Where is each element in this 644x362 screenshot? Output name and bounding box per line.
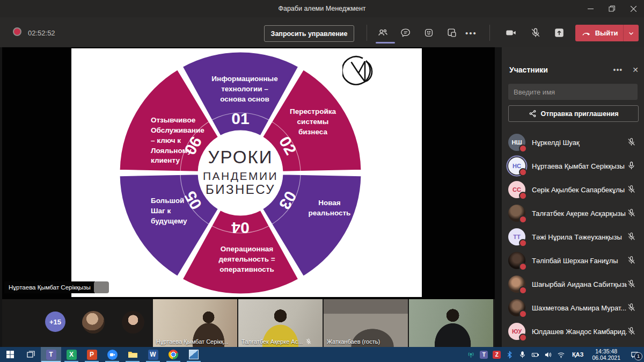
taskbar-explorer-button[interactable]: [122, 347, 143, 362]
taskbar-word-button[interactable]: W: [143, 347, 163, 362]
participants-list: НШНұркелді ШуақНСНұртаева Қымбат Серікқы…: [502, 131, 644, 347]
title-bar: Фараби алеми Менеджмент: [0, 0, 644, 17]
participant-row[interactable]: ЮУЮлдашев Жандос Камбарид...: [502, 320, 644, 343]
participant-row[interactable]: Талғатбек Ақерке Асқарқызы: [502, 201, 644, 225]
powerpoint-icon: P: [87, 350, 97, 360]
participant-bubble-avatar[interactable]: [122, 311, 144, 334]
microphone-button[interactable]: [529, 26, 542, 39]
antivirus-icon[interactable]: Z: [491, 347, 503, 362]
wheel-segment-label: реальность: [309, 209, 351, 217]
participant-mic-muted-button[interactable]: [627, 303, 636, 313]
panel-more-button[interactable]: •••: [613, 66, 623, 74]
zoom-icon: [107, 350, 118, 360]
call-toolbar: 02:52:52 Запросить управление ••• Выйти: [0, 17, 644, 47]
wheel-segment-label: Большой: [151, 197, 184, 205]
restore-icon: [609, 5, 615, 12]
taskbar-start-button[interactable]: [0, 347, 20, 362]
tag-grip[interactable]: [94, 281, 109, 293]
wheel-segment-label: Обслуживание: [151, 126, 204, 134]
taskbar-powerpoint-button[interactable]: P: [82, 347, 102, 362]
participant-mic-muted-button[interactable]: [627, 327, 636, 336]
taskbar-excel-button[interactable]: X: [61, 347, 82, 362]
share-screen-button[interactable]: [553, 26, 566, 39]
participant-name: Юлдашев Жандос Камбарид...: [532, 328, 627, 336]
participant-mic-muted-button[interactable]: [627, 208, 636, 218]
participant-row[interactable]: СССерік Ақылбек Сапарбекұлы: [502, 178, 644, 201]
clock[interactable]: 14:35:48 06.04.2021: [588, 348, 625, 361]
taskbar-teams-button[interactable]: T: [41, 347, 61, 362]
participant-mic-muted-button[interactable]: [627, 232, 636, 242]
search-input[interactable]: [508, 84, 638, 100]
participant-mic-muted-button[interactable]: [627, 185, 636, 194]
wheel-center-title: ПАНДЕМИИ: [203, 170, 278, 182]
mic-off-icon: [530, 27, 541, 39]
participant-mic-button[interactable]: [627, 161, 636, 171]
taskbar-chrome-button[interactable]: [163, 347, 184, 362]
minimize-button[interactable]: [580, 0, 601, 17]
rooms-button[interactable]: [445, 26, 458, 39]
participant-row[interactable]: НСНұртаева Қымбат Серікқызы: [502, 154, 644, 178]
participant-bubble-avatar[interactable]: [82, 311, 105, 334]
participant-row[interactable]: Шахметова Альмира Мурат...: [502, 296, 644, 320]
participant-name: Тәліпбай Шерхан Ғаниұлы: [532, 257, 627, 265]
share-invite-icon: [529, 110, 537, 118]
restore-button[interactable]: [601, 0, 623, 17]
pandemic-lessons-wheel: 01Информационныетехнологии –основа основ…: [117, 49, 364, 296]
participant-mic-muted-button[interactable]: [627, 256, 636, 265]
participant-mic-muted-button[interactable]: [627, 279, 636, 289]
camera-on-icon: [505, 27, 517, 39]
participant-name: Шағырбай Аидана Сабитқызы: [532, 280, 627, 288]
video-tile[interactable]: [409, 299, 493, 347]
chat-icon: [400, 27, 412, 39]
wheel-segment-label: Операционная: [221, 245, 273, 253]
taskbar-zoom-button[interactable]: [102, 347, 122, 362]
video-tile[interactable]: Жатканбаев (гость): [324, 299, 408, 347]
taskbar-photos-button[interactable]: [184, 347, 204, 362]
action-center-button[interactable]: 1: [625, 347, 644, 362]
presenter-name: Нұртаева Қымбат Серікқызы: [4, 281, 95, 293]
presence-busy-dot: [519, 168, 527, 176]
mic-off-icon: [305, 338, 312, 345]
video-tile[interactable]: Нұртаева Қымбат Серікқ...: [153, 299, 237, 347]
avatar: НШ: [508, 134, 525, 151]
hotspot-icon[interactable]: [465, 347, 478, 362]
panel-close-button[interactable]: ✕: [632, 66, 639, 74]
avatar-initials: ЮУ: [512, 328, 522, 335]
close-button[interactable]: [623, 0, 644, 17]
camera-button[interactable]: [504, 26, 517, 39]
wheel-segment-label: оперативность: [219, 265, 274, 273]
volume-icon[interactable]: [542, 347, 555, 362]
participant-name: Тәжі Нұрила Тәжеуханқызы: [532, 233, 627, 241]
participants-button[interactable]: [376, 26, 389, 39]
video-tile-label: Нұртаева Қымбат Серікқ...: [156, 338, 229, 345]
participant-row[interactable]: Тәліпбай Шерхан Ғаниұлы: [502, 249, 644, 272]
slide-logo-icon: [342, 55, 376, 88]
microphone-tray-icon[interactable]: [516, 347, 529, 362]
leave-menu-button[interactable]: [624, 30, 639, 37]
video-tile[interactable]: Талғатбек Ақерке Ас...: [238, 299, 323, 347]
wifi-icon[interactable]: [555, 347, 568, 362]
wheel-segment-label: Отзывчивое: [151, 116, 196, 124]
language-indicator[interactable]: ҚАЗ: [568, 351, 588, 358]
chat-button[interactable]: [399, 26, 412, 39]
participant-row[interactable]: Шағырбай Аидана Сабитқызы: [502, 272, 644, 296]
reactions-button[interactable]: [422, 26, 435, 39]
overflow-count-badge[interactable]: +15: [45, 312, 65, 332]
bluetooth-icon[interactable]: [503, 347, 516, 362]
chevron-down-icon: [628, 30, 634, 37]
avatar: [508, 205, 525, 222]
taskbar-task-view-button[interactable]: [20, 347, 41, 362]
participant-row[interactable]: НШНұркелді Шуақ: [502, 131, 644, 154]
mic-on-icon: [627, 161, 636, 170]
battery-icon[interactable]: [529, 347, 542, 362]
panel-title: Участники: [509, 66, 613, 74]
presenter-name-tag: Нұртаева Қымбат Серікқызы: [4, 281, 109, 293]
leave-button[interactable]: Выйти: [575, 25, 639, 41]
request-control-button[interactable]: Запросить управление: [264, 25, 354, 42]
participant-mic-muted-button[interactable]: [627, 137, 636, 147]
invite-button[interactable]: Отправка приглашения: [508, 105, 639, 122]
excel-icon: X: [67, 350, 77, 360]
more-options-button[interactable]: •••: [465, 26, 478, 39]
participant-row[interactable]: ТТТәжі Нұрила Тәжеуханқызы: [502, 225, 644, 249]
teams-tray-icon[interactable]: T: [478, 347, 491, 362]
